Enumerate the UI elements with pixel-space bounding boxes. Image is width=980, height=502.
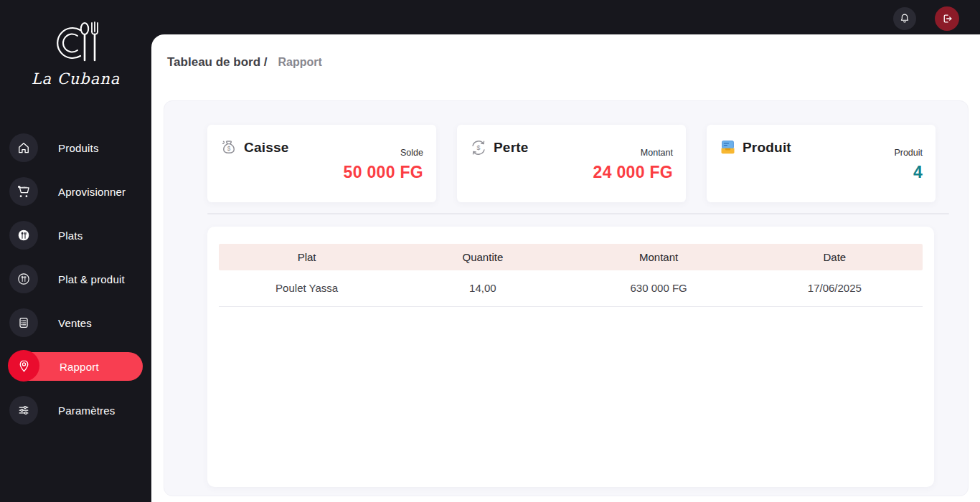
breadcrumb-section[interactable]: Tableau de bord / bbox=[167, 55, 267, 70]
sidebar-item-produits[interactable]: Produits bbox=[0, 133, 151, 162]
card-title: Caisse bbox=[244, 140, 288, 156]
table-cell: 17/06/2025 bbox=[747, 270, 923, 306]
sidebar-item-label: Plat & produit bbox=[58, 273, 125, 285]
stat-cards: $ Caisse Solde 50 000 FG bbox=[207, 125, 936, 202]
table-cell: 630 000 FG bbox=[571, 270, 747, 306]
card-label: Produit bbox=[894, 148, 923, 158]
card-value: 50 000 FG bbox=[344, 163, 423, 182]
money-bag-icon: $ bbox=[219, 138, 239, 158]
column-header-plat: Plat bbox=[219, 244, 395, 270]
sidebar-item-label: Aprovisionner bbox=[58, 186, 126, 198]
home-icon bbox=[9, 133, 38, 162]
sidebar-item-ventes[interactable]: Ventes bbox=[0, 308, 151, 337]
sidebar-item-aprovisionner[interactable]: Aprovisionner bbox=[0, 177, 151, 206]
table-header: Plat Quantite Montant Date bbox=[219, 244, 923, 270]
card-figures: Montant 24 000 FG bbox=[593, 148, 673, 182]
card-value: 24 000 FG bbox=[593, 163, 673, 182]
notifications-button[interactable] bbox=[893, 7, 916, 30]
column-header-quantite: Quantite bbox=[395, 244, 570, 270]
receipt-list-icon bbox=[9, 308, 38, 337]
card-label: Solde bbox=[344, 148, 423, 158]
card-caisse: $ Caisse Solde 50 000 FG bbox=[207, 125, 436, 202]
card-file-box-icon bbox=[718, 138, 738, 157]
sidebar-item-label: Paramètres bbox=[58, 404, 116, 417]
svg-text:$: $ bbox=[477, 144, 481, 151]
breadcrumb: Tableau de bord / Rapport bbox=[167, 55, 322, 70]
card-title: Produit bbox=[743, 140, 791, 156]
cart-icon bbox=[9, 177, 38, 206]
svg-text:$: $ bbox=[227, 146, 231, 152]
report-table-card: Plat Quantite Montant Date Poulet Yassa1… bbox=[207, 227, 934, 487]
sidebar-item-parametres[interactable]: Paramètres bbox=[0, 396, 151, 425]
sidebar-item-label: Produits bbox=[58, 142, 99, 154]
logout-button[interactable] bbox=[935, 6, 959, 31]
dish-filled-icon bbox=[9, 221, 38, 250]
dish-outline-icon bbox=[9, 265, 38, 293]
card-figures: Produit 4 bbox=[894, 148, 923, 182]
report-panel: $ Caisse Solde 50 000 FG bbox=[164, 100, 969, 496]
sidebar-item-label: Ventes bbox=[58, 317, 92, 329]
sidebar-nav: Produits Aprovisionner bbox=[0, 133, 151, 440]
section-divider bbox=[207, 213, 949, 214]
column-header-montant: Montant bbox=[571, 244, 747, 270]
report-table: Plat Quantite Montant Date Poulet Yassa1… bbox=[219, 244, 923, 307]
card-head: $ Caisse bbox=[219, 138, 288, 158]
card-head: Produit bbox=[718, 138, 791, 157]
topbar bbox=[151, 0, 980, 34]
sidebar-item-label: Plats bbox=[58, 229, 83, 242]
sidebar-item-plats[interactable]: Plats bbox=[0, 221, 151, 250]
brand-name: La Cubana bbox=[32, 70, 121, 87]
card-perte: $ Perte Montant 24 000 FG bbox=[457, 125, 686, 202]
card-figures: Solde 50 000 FG bbox=[344, 148, 423, 182]
sidebar: La Cubana Produits Aprovisionner bbox=[0, 0, 151, 502]
bell-icon bbox=[898, 12, 911, 25]
table-cell: Poulet Yassa bbox=[219, 270, 395, 306]
table-cell: 14,00 bbox=[395, 270, 570, 306]
plate-cutlery-logo-icon bbox=[49, 20, 103, 67]
card-value: 4 bbox=[894, 163, 923, 182]
brand: La Cubana bbox=[0, 0, 151, 87]
logout-icon bbox=[941, 12, 953, 25]
table-body: Poulet Yassa14,00630 000 FG17/06/2025 bbox=[219, 270, 923, 306]
sidebar-item-label: Rapport bbox=[60, 361, 99, 373]
card-head: $ Perte bbox=[468, 138, 529, 158]
column-header-date: Date bbox=[747, 244, 923, 270]
main-content: Tableau de bord / Rapport $ Caisse bbox=[151, 34, 980, 502]
currency-exchange-icon: $ bbox=[468, 138, 489, 158]
sidebar-item-rapport[interactable]: Rapport bbox=[0, 352, 151, 381]
breadcrumb-current: Rapport bbox=[278, 56, 321, 69]
location-pin-icon bbox=[8, 350, 39, 382]
table-row: Poulet Yassa14,00630 000 FG17/06/2025 bbox=[219, 270, 923, 306]
card-title: Perte bbox=[494, 140, 529, 156]
card-produit: Produit Produit 4 bbox=[707, 125, 936, 202]
sliders-icon bbox=[9, 396, 38, 425]
sidebar-item-plat-produit[interactable]: Plat & produit bbox=[0, 265, 151, 293]
card-label: Montant bbox=[593, 148, 673, 158]
